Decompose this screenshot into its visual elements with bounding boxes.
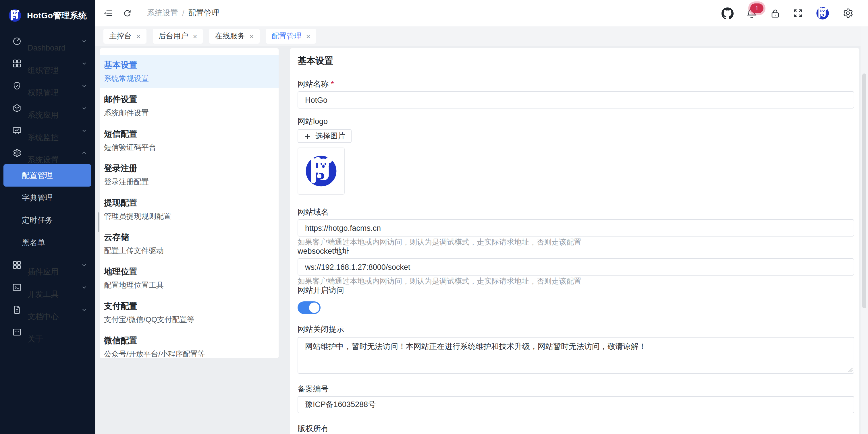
sidebar-subitem-scheduled-tasks[interactable]: 定时任务 [0, 209, 95, 231]
settings-menu-item-sms[interactable]: 短信配置 短信验证码平台 [100, 122, 279, 157]
basic-settings-form-panel: 基本设置 网站名称 * 网站logo 选择图片 网站域名 如果客户端通过本地或内… [290, 48, 859, 434]
settings-menu-item-cloud-storage[interactable]: 云存储 配置上传文件驱动 [100, 226, 279, 260]
terminal-icon [12, 282, 22, 292]
fullscreen-icon[interactable] [793, 8, 803, 19]
sidebar-item-permissions[interactable]: 权限管理 [0, 75, 95, 97]
settings-menu-item-email[interactable]: 邮件设置 系统邮件设置 [100, 88, 279, 122]
websocket-input[interactable] [298, 258, 854, 275]
close-icon[interactable]: × [306, 32, 310, 40]
label-text: 网站名称 [298, 80, 329, 89]
resize-handle[interactable] [848, 367, 853, 373]
site-open-label: 网站开启访问 [298, 287, 854, 295]
settings-menu-subtitle: 系统邮件设置 [104, 108, 279, 118]
sidebar-item-dev-tools[interactable]: 开发工具 [0, 276, 95, 299]
settings-menu-subtitle: 管理员提现规则配置 [104, 211, 279, 222]
site-logo-preview[interactable] [298, 147, 345, 195]
required-mark: * [331, 80, 334, 89]
settings-menu-item-wechat[interactable]: 微信配置 公众号/开放平台/小程序配置等 [100, 329, 279, 358]
sidebar-subitem-label: 配置管理 [22, 170, 53, 180]
choose-image-label: 选择图片 [315, 131, 345, 141]
sidebar-item-label: 关于 [28, 335, 88, 343]
tab-label: 在线服务 [215, 31, 245, 41]
close-tip-textarea[interactable]: 网站维护中，暂时无法访问！本网站正在进行系统维护和技术升级，网站暂时无法访问，敬… [298, 337, 854, 374]
tab-config-management[interactable]: 配置管理 × [266, 29, 316, 44]
settings-menu-title: 登录注册 [104, 163, 279, 174]
tab-label: 配置管理 [272, 31, 302, 41]
site-open-toggle[interactable] [298, 301, 320, 314]
breadcrumb: 系统设置 / 配置管理 [147, 8, 219, 19]
domain-input[interactable] [298, 219, 854, 236]
sidebar-item-docs[interactable]: 文档中心 [0, 299, 95, 321]
settings-menu-subtitle: 系统常规设置 [104, 73, 279, 84]
user-avatar[interactable] [815, 6, 830, 21]
site-name-input[interactable] [298, 91, 854, 108]
close-icon[interactable]: × [193, 32, 197, 40]
site-logo-label: 网站logo [298, 118, 854, 126]
settings-gear-icon[interactable] [842, 7, 854, 19]
tab-console[interactable]: 主控台 × [103, 29, 146, 44]
lock-icon[interactable] [770, 8, 781, 19]
breadcrumb-section[interactable]: 系统设置 [147, 8, 178, 19]
form-section-title: 基本设置 [298, 55, 854, 67]
settings-menu-item-geo[interactable]: 地理位置 配置地理位置工具 [100, 260, 279, 295]
notifications-bell-icon[interactable]: 1 [746, 7, 758, 19]
tab-online-service[interactable]: 在线服务 × [209, 29, 259, 44]
settings-menu-title: 短信配置 [104, 128, 279, 139]
app-logo-row[interactable]: HotGo管理系统 [0, 0, 95, 25]
notification-badge: 1 [750, 3, 764, 13]
choose-image-button[interactable]: 选择图片 [298, 129, 351, 143]
sidebar-subitem-label: 定时任务 [22, 215, 53, 225]
app-logo-icon [7, 8, 22, 23]
sidebar-subitem-blacklist[interactable]: 黑名单 [0, 231, 95, 254]
sidebar-item-plugins[interactable]: 插件应用 [0, 254, 95, 276]
settings-menu-title: 提现配置 [104, 197, 279, 208]
settings-menu-subtitle: 支付宝/微信/QQ支付配置等 [104, 314, 279, 325]
app-root: HotGo管理系统 Dashboard 组织管理 [0, 0, 868, 434]
page-scrollbar-track[interactable] [861, 26, 868, 434]
sidebar-item-system-apps[interactable]: 系统应用 [0, 97, 95, 120]
cube-icon [12, 103, 22, 113]
chevron-down-icon [81, 82, 88, 90]
page-scrollbar-thumb[interactable] [862, 73, 866, 308]
sidebar-item-dashboard[interactable]: Dashboard [0, 30, 95, 52]
tab-admin-users[interactable]: 后台用户 × [153, 29, 203, 44]
sidebar-subitem-label: 字典管理 [22, 193, 53, 203]
sidebar-item-about[interactable]: 关于 [0, 321, 95, 343]
settings-menu-title: 邮件设置 [104, 94, 279, 105]
breadcrumb-separator: / [182, 9, 184, 18]
settings-menu-subtitle: 公众号/开放平台/小程序配置等 [104, 349, 279, 358]
sidebar-item-label: 系统设置 [28, 156, 81, 164]
label-text: 网站开启访问 [298, 287, 344, 295]
settings-menu-item-withdraw[interactable]: 提现配置 管理员提现规则配置 [100, 191, 279, 226]
close-icon[interactable]: × [136, 32, 141, 40]
sidebar-subitem-config-management[interactable]: 配置管理 [3, 164, 91, 187]
domain-label: 网站域名 [298, 208, 854, 216]
breadcrumb-current[interactable]: 配置管理 [188, 8, 219, 19]
settings-panel-scrollbar[interactable] [98, 212, 99, 232]
label-text: 网站域名 [298, 208, 329, 216]
sidebar-item-system-settings[interactable]: 系统设置 [0, 142, 95, 164]
close-icon[interactable]: × [249, 32, 254, 40]
sidebar-item-system-monitor[interactable]: 系统监控 [0, 120, 95, 142]
settings-menu-item-login[interactable]: 登录注册 登录注册配置 [100, 157, 279, 191]
chevron-down-icon [81, 127, 88, 134]
settings-menu-item-payment[interactable]: 支付配置 支付宝/微信/QQ支付配置等 [100, 295, 279, 329]
settings-menu-item-basic[interactable]: 基本设置 系统常规设置 [100, 55, 279, 88]
chevron-up-icon [81, 149, 88, 157]
sidebar-item-organization[interactable]: 组织管理 [0, 52, 95, 75]
chevron-down-icon [81, 261, 88, 269]
chevron-down-icon [81, 104, 88, 112]
top-header: 系统设置 / 配置管理 1 [95, 0, 868, 26]
site-name-label: 网站名称 * [298, 80, 854, 89]
settings-menu-subtitle: 登录注册配置 [104, 177, 279, 187]
github-icon[interactable] [721, 7, 734, 19]
close-tip-label: 网站关闭提示 [298, 326, 854, 334]
grid-icon [12, 59, 22, 68]
sidebar-item-label: Dashboard [28, 44, 81, 52]
sidebar-menu: Dashboard 组织管理 权限管理 [0, 30, 95, 343]
sidebar-collapse-icon[interactable] [103, 8, 113, 19]
icp-input[interactable] [298, 396, 854, 413]
refresh-icon[interactable] [122, 8, 132, 18]
sidebar-subitem-dictionary[interactable]: 字典管理 [0, 187, 95, 209]
chevron-down-icon [81, 37, 88, 45]
